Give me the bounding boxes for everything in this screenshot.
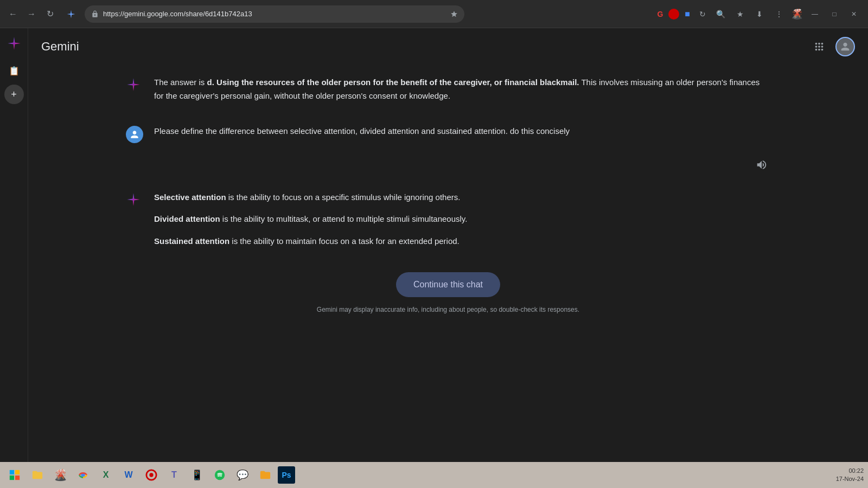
- gemini-response-1: The answer is d. Using the resources of …: [126, 65, 770, 114]
- start-button[interactable]: [4, 465, 25, 485]
- response1-bold: d. Using the resources of the older pers…: [207, 78, 579, 87]
- chrome-button[interactable]: [73, 465, 93, 485]
- clock-date: 17-Nov-24: [836, 475, 864, 483]
- messenger-button[interactable]: 💬: [232, 465, 253, 485]
- chrome-icon: [77, 469, 89, 481]
- user-avatar-col: [126, 125, 145, 143]
- user-message-1-content: Please define the difference between sel…: [154, 125, 770, 143]
- gemini-avatar-col-1: [126, 76, 145, 103]
- selective-attention-paragraph: Selective attention is the ability to fo…: [154, 191, 770, 204]
- disclaimer-text: Gemini may display inaccurate info, incl…: [126, 301, 770, 322]
- app-title: Gemini: [41, 40, 79, 54]
- sidebar-logo[interactable]: [5, 35, 23, 52]
- volume-icon: [756, 159, 768, 171]
- browser-brand-icon: 🌋: [790, 7, 804, 21]
- excel-button[interactable]: X: [95, 465, 116, 485]
- user-message-1: Please define the difference between sel…: [126, 114, 770, 154]
- gemini-logo-icon: [7, 36, 22, 51]
- search-action-icon[interactable]: 🔍: [712, 5, 729, 23]
- gemini-star-icon-1: [126, 77, 141, 92]
- continue-chat-button[interactable]: Continue this chat: [396, 272, 500, 297]
- gemini-avatar-col-2: [126, 191, 145, 248]
- files-button[interactable]: [255, 465, 276, 485]
- target-icon: [145, 469, 157, 481]
- user-message-1-text: Please define the difference between sel…: [154, 125, 770, 138]
- phone-link-button[interactable]: 📱: [187, 465, 207, 485]
- header-right: [809, 37, 855, 56]
- gemini-header: Gemini: [28, 28, 868, 65]
- taskbar-clock: 00:22 17-Nov-24: [836, 467, 864, 484]
- word-button[interactable]: W: [118, 465, 139, 485]
- maximize-window-button[interactable]: □: [826, 5, 843, 23]
- spotify-icon: [214, 469, 226, 481]
- audio-playback-button[interactable]: [753, 156, 770, 174]
- browser-chrome: ← → ↻ https://gemini.google.com/share/6d…: [0, 0, 868, 28]
- reload-button[interactable]: ↻: [42, 7, 58, 22]
- file-explorer-button[interactable]: [27, 465, 48, 485]
- divided-attention-paragraph: Divided attention is the ability to mult…: [154, 213, 770, 226]
- spotify-button[interactable]: [209, 465, 230, 485]
- photoshop-button[interactable]: Ps: [278, 466, 295, 484]
- windows-logo-icon: [9, 469, 21, 481]
- main-content: Gemini: [28, 28, 868, 462]
- response1-paragraph: The answer is d. Using the resources of …: [154, 76, 770, 103]
- svg-rect-3: [15, 476, 20, 480]
- svg-rect-1: [15, 470, 20, 474]
- ext-red-icon[interactable]: [668, 9, 679, 20]
- selective-label: Selective attention: [154, 192, 226, 202]
- sustained-attention-paragraph: Sustained attention is the ability to ma…: [154, 235, 770, 248]
- bookmark-action-icon[interactable]: ★: [731, 5, 749, 23]
- gemini-message-2-content: Selective attention is the ability to fo…: [154, 191, 770, 248]
- teams-button[interactable]: T: [164, 465, 184, 485]
- sidebar-copy-icon[interactable]: 📋: [4, 61, 24, 80]
- sidebar: 📋 +: [0, 28, 28, 462]
- menu-action-icon[interactable]: ⋮: [770, 5, 788, 23]
- app-layout: 📋 + Gemini: [0, 28, 868, 462]
- divided-label: Divided attention: [154, 214, 220, 223]
- gemini-response-2: Selective attention is the ability to fo…: [126, 180, 770, 259]
- user-avatar[interactable]: [835, 37, 855, 56]
- address-bar[interactable]: https://gemini.google.com/share/6d141b74…: [85, 5, 464, 23]
- google-apps-icon[interactable]: [809, 37, 829, 56]
- gemini-star-icon-2: [126, 192, 141, 207]
- user-avatar-icon: [839, 41, 851, 53]
- url-input[interactable]: https://gemini.google.com/share/6d141b74…: [103, 10, 446, 18]
- user-icon: [129, 129, 140, 140]
- taskbar: 🌋 X W T 📱 💬: [0, 462, 868, 488]
- svg-point-6: [149, 473, 153, 477]
- browser-controls: ← → ↻: [5, 7, 58, 22]
- chat-area: The answer is d. Using the resources of …: [28, 65, 868, 462]
- forward-button[interactable]: →: [24, 7, 39, 22]
- file-explorer-icon: [31, 469, 43, 481]
- clock-time: 00:22: [836, 467, 864, 475]
- star-bookmark-icon: [450, 10, 458, 18]
- svg-rect-2: [10, 476, 14, 480]
- gemini-message-1-content: The answer is d. Using the resources of …: [154, 76, 770, 103]
- firefox-button[interactable]: 🌋: [50, 465, 71, 485]
- gemini-favicon-icon: [66, 9, 76, 19]
- divided-text: is the ability to multitask, or attend t…: [220, 214, 468, 223]
- ext-blue-icon[interactable]: ■: [680, 7, 694, 21]
- response1-text-before: The answer is: [154, 78, 207, 87]
- sidebar-new-icon[interactable]: +: [4, 85, 24, 104]
- browser-actions: G ■ ↻ 🔍 ★ ⬇ ⋮ 🌋 — □ ✕: [653, 5, 863, 23]
- lock-icon: [91, 10, 99, 18]
- user-avatar-bubble: [126, 126, 143, 143]
- sustained-text: is the ability to maintain focus on a ta…: [229, 236, 459, 246]
- download-action-icon[interactable]: ⬇: [751, 5, 768, 23]
- message-actions-row: [126, 154, 770, 176]
- files-icon: [259, 469, 271, 481]
- grammarly-ext-icon[interactable]: G: [653, 7, 667, 21]
- selective-text: is the ability to focus on a specific st…: [226, 192, 461, 202]
- back-button[interactable]: ←: [5, 7, 21, 22]
- sustained-label: Sustained attention: [154, 236, 229, 246]
- taskbar-time-display: 00:22 17-Nov-24: [836, 467, 864, 484]
- svg-rect-0: [10, 470, 14, 474]
- close-window-button[interactable]: ✕: [845, 5, 863, 23]
- ext-refresh-icon[interactable]: ↻: [695, 7, 710, 21]
- minimize-window-button[interactable]: —: [806, 5, 824, 23]
- tab-area: [66, 9, 76, 19]
- target-app-button[interactable]: [141, 465, 162, 485]
- extension-icons: G ■ ↻: [653, 7, 710, 21]
